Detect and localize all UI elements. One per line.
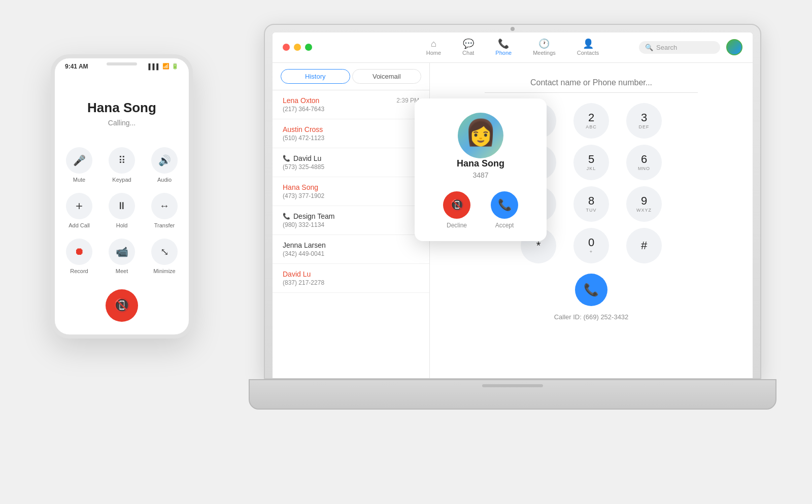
caller-name: David Lu: [283, 270, 311, 278]
accept-button[interactable]: 📞: [491, 191, 518, 219]
battery-icon: 🔋: [172, 63, 179, 70]
caller-name: Lena Oxton: [283, 96, 319, 105]
scene: ⌂ Home 💬 Chat 📞 Phone 🕐: [51, 24, 761, 481]
phone-ctrl-record[interactable]: ⏺ Record: [63, 239, 95, 274]
phone-ctrl-transfer[interactable]: ↔ Transfer: [148, 193, 181, 228]
call-number: (217) 364-7643: [283, 106, 419, 113]
keypad-icon: ⠿: [109, 147, 135, 174]
list-item[interactable]: 📞 David Lu (573) 325-4885: [273, 148, 429, 177]
tab-bar: History Voicemail: [273, 63, 429, 90]
accept-label: Accept: [495, 222, 514, 229]
incoming-caller-avatar: [458, 113, 503, 158]
mute-icon: 🎤: [66, 147, 92, 174]
tab-chat[interactable]: 💬 Chat: [459, 37, 477, 58]
nav-tabs: ⌂ Home 💬 Chat 📞 Phone 🕐: [423, 37, 602, 58]
caller-name: David Lu: [293, 154, 321, 162]
incoming-caller-name: Hana Song: [457, 158, 504, 169]
meet-label: Meet: [116, 268, 128, 274]
list-item[interactable]: Jenna Larsen (342) 449-0041: [273, 235, 429, 264]
list-item[interactable]: Austin Cross (510) 472-1123: [273, 119, 429, 148]
call-button[interactable]: 📞: [575, 274, 607, 306]
phone-call-status: Calling...: [108, 119, 136, 127]
tab-chat-label: Chat: [462, 50, 474, 56]
search-input[interactable]: Search: [656, 44, 677, 51]
minimize-button[interactable]: [294, 44, 301, 51]
caller-name: Hana Song: [283, 183, 318, 191]
phone-body: Hana Song Calling... 🎤 Mute ⠿ Keypad 🔊 A…: [55, 75, 189, 334]
app-body: History Voicemail Lena Oxton 2:39 PM (21…: [273, 63, 753, 378]
dial-btn-5[interactable]: 5 JKL: [573, 145, 609, 180]
list-item[interactable]: David Lu (837) 217-2278: [273, 264, 429, 293]
search-box[interactable]: 🔍 Search: [639, 41, 720, 54]
phone-device: 9:41 AM ▌▌▌ 📶 🔋 Hana Song Calling... 🎤 M…: [51, 54, 193, 339]
tab-phone[interactable]: 📞 Phone: [492, 37, 515, 58]
chat-icon: 💬: [463, 39, 474, 48]
dial-num-0: 0: [588, 237, 594, 248]
dial-btn-3[interactable]: 3 DEF: [626, 103, 662, 139]
decline-icon: 📵: [450, 198, 464, 212]
caller-name: Austin Cross: [283, 125, 323, 133]
phone-ctrl-audio[interactable]: 🔊 Audio: [148, 147, 181, 183]
decline-action: 📵 Decline: [443, 191, 470, 229]
decline-button[interactable]: 📵: [443, 191, 470, 219]
list-item[interactable]: 📞 Design Team (980) 332-1134: [273, 206, 429, 235]
list-item[interactable]: Lena Oxton 2:39 PM (217) 364-7643: [273, 90, 429, 119]
dial-btn-9[interactable]: 9 WXYZ: [626, 186, 662, 222]
caller-name: Jenna Larsen: [283, 241, 326, 249]
dial-btn-2[interactable]: 2 ABC: [573, 103, 609, 139]
phone-ctrl-keypad[interactable]: ⠿ Keypad: [106, 147, 138, 183]
record-icon: ⏺: [66, 239, 92, 265]
dial-btn-6[interactable]: 6 MNO: [626, 145, 662, 180]
dial-letters-0: +: [590, 249, 593, 254]
call-list: Lena Oxton 2:39 PM (217) 364-7643 Austin…: [273, 90, 429, 378]
dial-btn-8[interactable]: 8 TUV: [573, 186, 609, 222]
laptop: ⌂ Home 💬 Chat 📞 Phone 🕐: [264, 24, 761, 410]
dial-letters-5: JKL: [587, 166, 596, 171]
call-number: (573) 325-4885: [283, 163, 419, 171]
app-header: ⌂ Home 💬 Chat 📞 Phone 🕐: [273, 32, 753, 63]
laptop-outer: ⌂ Home 💬 Chat 📞 Phone 🕐: [264, 24, 761, 379]
tab-contacts[interactable]: 👤 Contacts: [574, 37, 602, 58]
user-avatar[interactable]: [726, 39, 742, 55]
dial-btn-0[interactable]: 0 +: [573, 228, 609, 263]
phone-ctrl-meet[interactable]: 📹 Meet: [106, 239, 138, 274]
add-call-label: Add Call: [69, 222, 90, 228]
phone-end-call-button[interactable]: 📵: [106, 289, 138, 322]
dial-num-hash: #: [641, 240, 647, 251]
dial-btn-hash[interactable]: #: [626, 228, 662, 263]
phone-status-bar: 9:41 AM ▌▌▌ 📶 🔋: [55, 58, 189, 75]
contact-search-input[interactable]: [485, 73, 698, 93]
phone-notch: [107, 62, 137, 65]
close-button[interactable]: [283, 44, 290, 51]
minimize-label: Minimize: [153, 268, 175, 274]
history-tab[interactable]: History: [281, 69, 350, 84]
decline-label: Decline: [447, 222, 467, 229]
phone-ctrl-hold[interactable]: ⏸ Hold: [106, 193, 138, 228]
tab-home[interactable]: ⌂ Home: [423, 37, 444, 58]
signal-icon: ▌▌▌: [149, 63, 160, 70]
voicemail-tab[interactable]: Voicemail: [352, 69, 422, 84]
phone-ctrl-minimize[interactable]: ⤡ Minimize: [148, 239, 181, 274]
maximize-button[interactable]: [305, 44, 312, 51]
call-number: (980) 332-1134: [283, 221, 419, 228]
minimize-icon: ⤡: [151, 239, 178, 265]
tab-meetings[interactable]: 🕐 Meetings: [530, 37, 559, 58]
meetings-icon: 🕐: [538, 39, 550, 48]
dial-num-star: *: [536, 240, 541, 251]
phone-ctrl-add-call[interactable]: + Add Call: [63, 193, 95, 228]
call-button-wrap: 📞: [575, 274, 607, 306]
accept-action: 📞 Accept: [491, 191, 518, 229]
phone-ctrl-mute[interactable]: 🎤 Mute: [63, 147, 95, 183]
list-item[interactable]: Hana Song (473) 377-1902: [273, 177, 429, 206]
left-panel: History Voicemail Lena Oxton 2:39 PM (21…: [273, 63, 430, 378]
header-right: 🔍 Search: [639, 39, 742, 55]
call-number: (510) 472-1123: [283, 135, 419, 142]
dial-num-5: 5: [588, 154, 594, 165]
search-icon: 🔍: [645, 44, 653, 51]
meet-icon: 📹: [109, 239, 135, 265]
phone-status-icons: ▌▌▌ 📶 🔋: [149, 63, 179, 70]
end-call-icon: 📵: [114, 297, 130, 313]
hold-label: Hold: [116, 222, 128, 228]
phone-outbound-icon: 📞: [283, 213, 290, 220]
transfer-icon: ↔: [151, 193, 178, 219]
